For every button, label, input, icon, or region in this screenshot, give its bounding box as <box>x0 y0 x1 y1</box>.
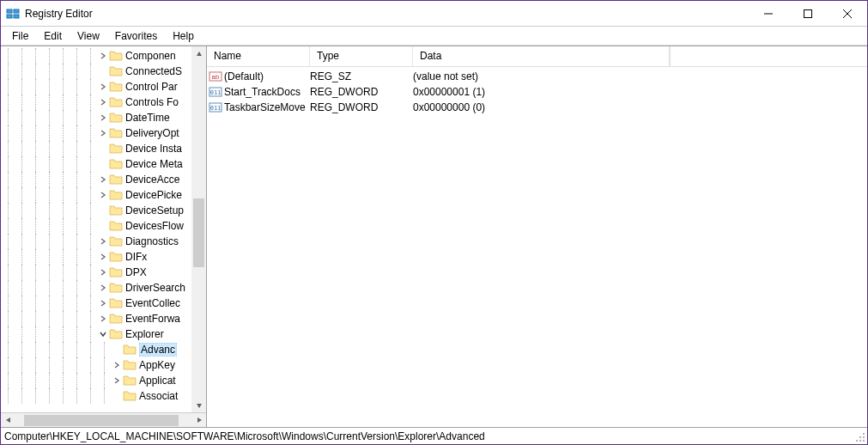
column-header-type[interactable]: Type <box>310 46 413 66</box>
tree-item[interactable]: Device Insta <box>1 141 206 156</box>
tree-item[interactable]: Diagnostics <box>1 234 206 249</box>
tree-item[interactable]: Control Par <box>1 79 206 94</box>
svg-point-20 <box>863 436 865 438</box>
tree-item[interactable]: Device Meta <box>1 156 206 172</box>
tree-item[interactable]: DeliveryOpt <box>1 125 206 141</box>
chevron-right-icon[interactable] <box>97 174 109 186</box>
chevron-right-icon[interactable] <box>97 50 109 62</box>
tree-item-label: Control Par <box>125 81 178 93</box>
tree-item[interactable]: AppKey <box>1 357 206 373</box>
value-row[interactable]: 011Start_TrackDocsREG_DWORD0x00000001 (1… <box>207 84 867 100</box>
tree-item-label: DeviceAcce <box>125 174 179 186</box>
chevron-right-icon[interactable] <box>97 235 109 247</box>
scroll-track[interactable] <box>191 61 206 398</box>
maximize-button[interactable] <box>788 1 828 27</box>
scroll-thumb[interactable] <box>193 198 204 267</box>
chevron-right-icon[interactable] <box>97 297 109 309</box>
tree-item[interactable]: Associat <box>1 388 206 404</box>
tree-item[interactable]: Controls Fo <box>1 94 206 110</box>
registry-tree[interactable]: ComponenConnectedSControl ParControls Fo… <box>1 46 206 404</box>
chevron-right-icon[interactable] <box>97 112 109 124</box>
svg-rect-5 <box>804 9 812 17</box>
tree-item[interactable]: DIFx <box>1 249 206 265</box>
status-path: Computer\HKEY_LOCAL_MACHINE\SOFTWARE\Mic… <box>4 430 485 442</box>
svg-rect-3 <box>14 15 19 18</box>
svg-rect-2 <box>7 15 12 18</box>
tree-item[interactable]: DeviceAcce <box>1 172 206 187</box>
string-value-icon: ab <box>207 70 224 83</box>
value-data: 0x00000001 (1) <box>413 86 867 98</box>
tree-item[interactable]: EventForwa <box>1 311 206 326</box>
resize-grip-icon[interactable] <box>855 432 865 442</box>
value-row[interactable]: 011TaskbarSizeMoveREG_DWORD0x00000000 (0… <box>207 100 867 115</box>
value-type: REG_SZ <box>310 70 413 82</box>
menu-file[interactable]: File <box>4 28 36 44</box>
tree-item-label: Componen <box>125 50 176 62</box>
tree-item[interactable]: DriverSearch <box>1 280 206 296</box>
tree-item[interactable]: DPX <box>1 265 206 280</box>
minimize-button[interactable] <box>749 1 788 27</box>
tree-item[interactable]: Componen <box>1 48 206 64</box>
scroll-down-arrow-icon[interactable] <box>191 398 206 412</box>
folder-icon <box>109 127 123 139</box>
chevron-right-icon[interactable] <box>97 266 109 278</box>
tree-item[interactable]: Explorer <box>1 326 206 342</box>
tree-item-label: DeviceSetup <box>125 204 184 216</box>
chevron-right-icon[interactable] <box>97 189 109 201</box>
folder-icon <box>109 112 123 124</box>
menu-favorites[interactable]: Favorites <box>107 28 165 44</box>
chevron-right-icon[interactable] <box>111 359 123 371</box>
tree-item[interactable]: DevicePicke <box>1 187 206 203</box>
folder-icon <box>109 235 123 247</box>
column-header-name[interactable]: Name <box>207 46 310 66</box>
value-row[interactable]: ab(Default)REG_SZ(value not set) <box>207 69 867 84</box>
folder-icon <box>109 251 123 263</box>
folder-icon <box>109 297 123 309</box>
tree-item[interactable]: Advanc <box>1 342 206 357</box>
value-name: (Default) <box>224 70 310 82</box>
chevron-right-icon[interactable] <box>97 313 109 325</box>
tree-item-label: ConnectedS <box>125 65 182 77</box>
menu-edit[interactable]: Edit <box>36 28 70 44</box>
tree-vertical-scrollbar[interactable] <box>191 46 206 412</box>
tree-item-label: AppKey <box>139 359 175 371</box>
scroll-up-arrow-icon[interactable] <box>191 46 206 61</box>
folder-icon <box>109 143 123 155</box>
column-headers: Name Type Data <box>207 46 867 67</box>
chevron-down-icon[interactable] <box>97 328 109 340</box>
tree-item[interactable]: DeviceSetup <box>1 203 206 218</box>
chevron-right-icon[interactable] <box>97 251 109 263</box>
tree-item[interactable]: EventCollec <box>1 296 206 311</box>
value-data: 0x00000000 (0) <box>413 101 867 113</box>
menubar: File Edit View Favorites Help <box>1 27 867 46</box>
values-list[interactable]: ab(Default)REG_SZ(value not set)011Start… <box>207 67 867 427</box>
scroll-left-arrow-icon[interactable] <box>1 413 15 428</box>
statusbar: Computer\HKEY_LOCAL_MACHINE\SOFTWARE\Mic… <box>1 427 867 444</box>
menu-view[interactable]: View <box>70 28 107 44</box>
close-button[interactable] <box>828 1 867 27</box>
folder-icon <box>109 282 123 294</box>
values-panel: Name Type Data ab(Default)REG_SZ(value n… <box>207 46 867 427</box>
chevron-right-icon[interactable] <box>97 282 109 294</box>
tree-item[interactable]: DevicesFlow <box>1 218 206 234</box>
chevron-right-icon <box>97 143 109 155</box>
folder-icon <box>109 50 123 62</box>
folder-icon <box>109 220 123 232</box>
tree-item-label: Applicat <box>139 375 176 387</box>
chevron-right-icon[interactable] <box>97 127 109 139</box>
svg-marker-11 <box>197 418 202 423</box>
scroll-right-arrow-icon[interactable] <box>191 413 206 428</box>
tree-item-label: Explorer <box>125 328 164 340</box>
scroll-track[interactable] <box>15 413 191 428</box>
tree-horizontal-scrollbar[interactable] <box>1 412 206 427</box>
tree-item[interactable]: ConnectedS <box>1 64 206 79</box>
column-header-data[interactable]: Data <box>413 46 670 66</box>
app-icon <box>6 7 20 21</box>
chevron-right-icon[interactable] <box>111 375 123 387</box>
chevron-right-icon[interactable] <box>97 96 109 108</box>
tree-item[interactable]: Applicat <box>1 373 206 388</box>
tree-item[interactable]: DateTime <box>1 110 206 125</box>
menu-help[interactable]: Help <box>165 28 202 44</box>
chevron-right-icon[interactable] <box>97 81 109 93</box>
scroll-thumb[interactable] <box>24 415 179 426</box>
